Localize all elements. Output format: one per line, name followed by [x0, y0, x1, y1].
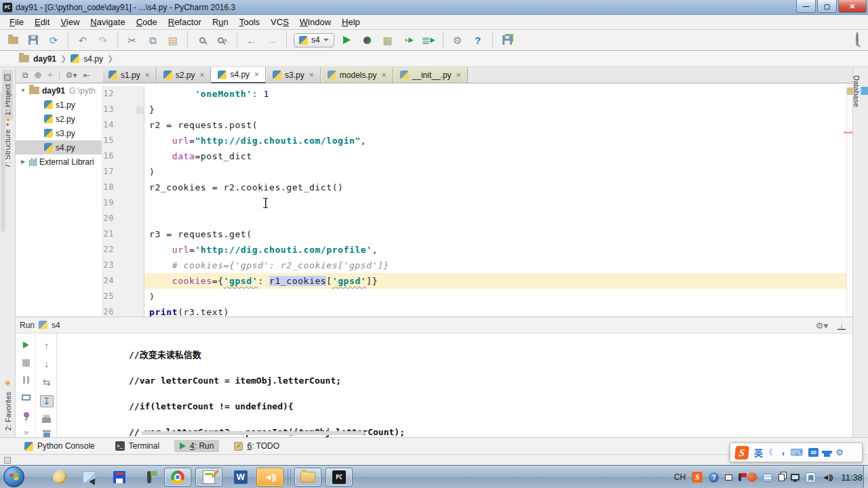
code-editor[interactable]: 12 'oneMonth': 113}14r2 = requests.post(…	[102, 83, 846, 317]
code-line-18[interactable]: 18r2_cookies = r2.cookies.get_dict()	[102, 180, 846, 195]
console-horizontal-scrollbar[interactable]	[141, 431, 365, 435]
print-icon[interactable]	[42, 415, 51, 423]
login-badge-icon[interactable]: 30	[808, 448, 818, 457]
profiler-icon[interactable]: ◔▶	[401, 33, 416, 47]
tool-window-tab-4-run[interactable]: 4: Run	[174, 440, 219, 452]
run-configuration-select[interactable]: s4	[294, 33, 334, 47]
redo-icon[interactable]: ↷	[96, 33, 111, 47]
search-everywhere-icon[interactable]	[856, 33, 859, 45]
code-text[interactable]: r3 = requests.get(	[144, 226, 846, 242]
clipboard-tray-icon[interactable]	[778, 474, 785, 481]
menu-run[interactable]: Run	[207, 16, 234, 28]
maximize-button[interactable]: ▢	[817, 0, 837, 13]
paint-app-button[interactable]	[47, 468, 72, 487]
commit-icon[interactable]	[500, 33, 515, 47]
navigate-back-icon[interactable]: ←	[244, 33, 259, 47]
synchronize-icon[interactable]: ⟳	[46, 33, 61, 47]
tree-item-s2-py[interactable]: s2.py	[16, 112, 102, 126]
menu-file[interactable]: File	[4, 16, 29, 28]
network-tray-icon[interactable]	[791, 474, 800, 481]
code-line-13[interactable]: 13}	[102, 102, 846, 117]
image-viewer-app-button[interactable]	[77, 468, 102, 487]
pause-icon[interactable]	[23, 375, 29, 385]
menu-tools[interactable]: Tools	[234, 16, 265, 28]
paste-icon[interactable]: ▤	[165, 33, 180, 47]
settings-icon[interactable]: ⚙	[450, 33, 465, 47]
tree-collapsed-icon[interactable]: ▶	[20, 159, 26, 165]
chrome-app-button[interactable]	[164, 468, 191, 487]
breadcrumb-project[interactable]: day91	[33, 54, 56, 64]
help-icon[interactable]: ?	[471, 33, 486, 47]
collapse-all-icon[interactable]: ÷	[47, 70, 52, 80]
breadcrumb-file[interactable]: s4.py	[83, 54, 103, 64]
code-line-26[interactable]: 26print(r3.text)	[102, 304, 846, 317]
save-all-icon[interactable]	[26, 33, 41, 47]
close-button[interactable]: ✕	[838, 0, 867, 13]
code-line-17[interactable]: 17)	[102, 164, 846, 180]
tree-item-s3-py[interactable]: s3.py	[16, 126, 102, 140]
save-tool-app-button[interactable]	[107, 468, 132, 487]
show-desktop-button[interactable]	[863, 466, 868, 488]
tool-window-toggle-icon[interactable]	[4, 457, 11, 464]
tree-item-external-librari[interactable]: ▶External Librari	[16, 155, 102, 169]
code-line-14[interactable]: 14r2 = requests.post(	[102, 117, 846, 133]
menu-view[interactable]: View	[55, 16, 85, 28]
sogou-tray-icon[interactable]: S	[692, 472, 703, 483]
message-tray-icon[interactable]	[763, 474, 772, 481]
code-line-19[interactable]: 19	[102, 195, 846, 211]
code-line-15[interactable]: 15 url="http://dig.chouti.com/login",	[102, 133, 846, 148]
language-indicator[interactable]: CH	[674, 472, 686, 482]
editor-tab-s4.py[interactable]: s4.py×	[211, 67, 266, 83]
pin-tool-app-button[interactable]	[137, 468, 161, 487]
menu-code[interactable]: Code	[131, 16, 163, 28]
code-text[interactable]: data=post_dict	[144, 148, 846, 164]
pin-tab-icon[interactable]	[24, 410, 29, 420]
tool-window-tab-python-console[interactable]: Python Console	[19, 440, 100, 452]
audio-app-button[interactable]: ◄))	[256, 468, 283, 487]
scroll-from-source-icon[interactable]: ⊕	[35, 70, 42, 80]
minimize-button[interactable]: —	[796, 0, 816, 13]
editor-tab-__init__.py[interactable]: __init__.py×	[393, 67, 468, 83]
code-line-12[interactable]: 12 'oneMonth': 1	[102, 86, 846, 102]
explorer-app-button[interactable]	[294, 468, 321, 487]
code-line-21[interactable]: 21r3 = requests.get(	[102, 226, 846, 242]
run-with-icon[interactable]: ≣▶	[421, 33, 436, 47]
menu-refactor[interactable]: Refactor	[163, 16, 207, 28]
stop-icon[interactable]	[22, 358, 30, 368]
code-line-20[interactable]: 20	[102, 211, 846, 226]
panel-settings-icon[interactable]: ⚙▾	[816, 321, 828, 331]
word-app-button[interactable]: W	[229, 468, 253, 487]
code-text[interactable]: url='http://dig.chouti.com/profile',	[144, 242, 846, 258]
skin-shirt-icon[interactable]	[824, 451, 830, 457]
menu-vcs[interactable]: VCS	[265, 16, 294, 28]
navigate-forward-icon[interactable]: →	[264, 33, 279, 47]
code-text[interactable]	[144, 195, 846, 211]
tree-item-s1-py[interactable]: s1.py	[16, 98, 102, 112]
more-actions-icon[interactable]: »	[24, 427, 28, 437]
start-button[interactable]	[3, 466, 24, 487]
clock[interactable]: 11:38	[841, 472, 863, 483]
editor-scrollbar[interactable]	[1, 92, 5, 232]
code-line-22[interactable]: 22 url='http://dig.chouti.com/profile',	[102, 242, 846, 258]
hide-panel-icon[interactable]: ⇤	[83, 70, 90, 80]
help-tray-icon[interactable]: ?	[709, 472, 719, 483]
close-tab-icon[interactable]: ×	[254, 70, 259, 79]
code-text[interactable]: print(r3.text)	[144, 304, 846, 317]
editor-tab-s3.py[interactable]: s3.py×	[266, 67, 321, 83]
tool-window-tab-terminal[interactable]: >_Terminal	[110, 440, 165, 452]
show-console-icon[interactable]	[22, 392, 31, 403]
tree-item-s4-py[interactable]: s4.py	[16, 140, 102, 155]
code-text[interactable]: 'oneMonth': 1	[144, 86, 846, 102]
undo-icon[interactable]: ↶	[75, 33, 90, 47]
sogou-logo-icon[interactable]: S	[734, 446, 749, 460]
code-line-24[interactable]: 24 cookies={'gpsd': r1_cookies['gpsd']}	[102, 273, 846, 289]
code-text[interactable]: cookies={'gpsd': r1_cookies['gpsd']}	[144, 273, 846, 289]
cut-icon[interactable]: ✂	[125, 33, 140, 47]
hide-panel-icon[interactable]: ↓	[837, 322, 846, 330]
code-text[interactable]: )	[144, 164, 846, 180]
menu-window[interactable]: Window	[294, 16, 336, 28]
code-text[interactable]	[144, 211, 846, 226]
code-text[interactable]: r2 = requests.post(	[144, 117, 846, 133]
console-output[interactable]: //改变未读私信数 //var letterCount = itemObj.le…	[129, 348, 405, 437]
record-tray-icon[interactable]	[747, 472, 757, 482]
